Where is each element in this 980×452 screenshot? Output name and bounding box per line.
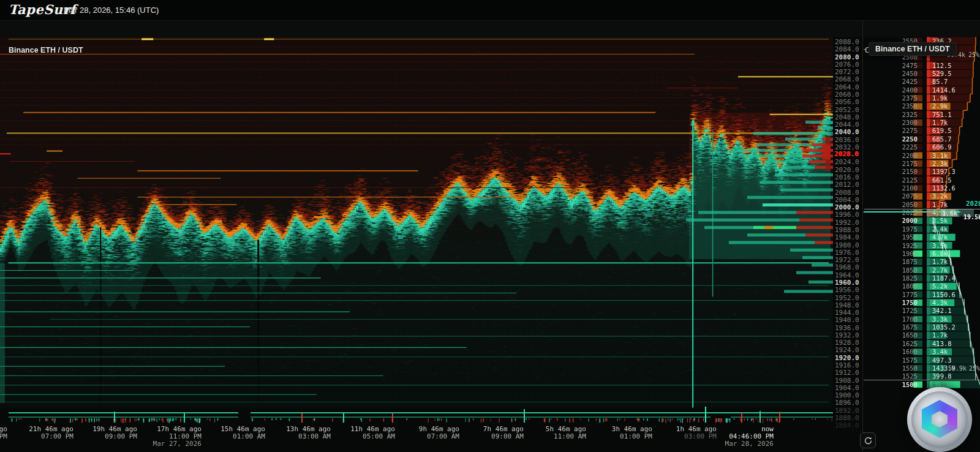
orderbook-size: 3.4k bbox=[932, 348, 948, 355]
price-axis-label: 2060.0 bbox=[835, 91, 859, 99]
cumulative-near-label: 19.5k bbox=[963, 214, 980, 220]
order-flow-heatmap[interactable] bbox=[0, 37, 833, 408]
orderbook-row[interactable]: 1725342.1 bbox=[864, 307, 980, 315]
orderbook-row[interactable]: 16751035.2 bbox=[864, 323, 980, 331]
orderbook-price: 2450 bbox=[864, 70, 918, 77]
orderbook-price: 1900 bbox=[864, 250, 918, 257]
orderbook-size: 5.2k bbox=[932, 282, 948, 290]
orderbook-row[interactable]: 21001132.6 bbox=[864, 184, 980, 192]
price-axis-label: 1884.0 bbox=[835, 421, 859, 429]
orderbook-row[interactable]: 15006.9k bbox=[864, 381, 980, 389]
orderbook-size: 685.7 bbox=[932, 135, 952, 143]
price-axis-label: 2000.0 bbox=[835, 203, 859, 211]
bid-depth-pct: 25% bbox=[969, 365, 980, 372]
orderbook-row[interactable]: 2225606.9 bbox=[864, 143, 980, 151]
price-axis-label: 1896.0 bbox=[835, 399, 859, 407]
reset-view-button[interactable] bbox=[860, 432, 876, 448]
orderbook-size: 2.3k bbox=[932, 160, 948, 167]
orderbook-row[interactable]: 2450529.5 bbox=[864, 70, 980, 78]
orderbook-row[interactable]: 23502.9k bbox=[864, 102, 980, 110]
orderbook-row[interactable]: 23751.9k bbox=[864, 94, 980, 102]
orderbook-price: 1750 bbox=[864, 299, 918, 306]
price-axis-label: 1960.0 bbox=[835, 279, 859, 287]
time-axis[interactable]: goPM21h 46m ago07:00 PM19h 46m ago09:00 … bbox=[0, 426, 833, 452]
orderbook-row[interactable]: 21501397.3 bbox=[864, 168, 980, 176]
orderbook-row[interactable]: 22003.1k bbox=[864, 152, 980, 160]
orderbook-price: 1500 bbox=[864, 381, 918, 388]
orderbook-row[interactable]: 18005.2k bbox=[864, 282, 980, 290]
orderbook-row[interactable]: 20753.2k bbox=[864, 192, 980, 200]
orderbook-row[interactable]: 17504.3k bbox=[864, 299, 980, 307]
orderbook-size: 413.8 bbox=[932, 340, 952, 347]
orderbook-price: 1550 bbox=[864, 364, 918, 372]
order-book-panel[interactable]: 2550236.2252525002475112.52450529.524258… bbox=[864, 36, 980, 452]
price-axis-label: 1952.0 bbox=[835, 294, 859, 302]
price-axis-label: 1924.0 bbox=[835, 346, 859, 354]
orderbook-size: 1397.3 bbox=[932, 168, 956, 175]
orderbook-row[interactable]: 17003.3k bbox=[864, 315, 980, 323]
price-axis-label: 2004.0 bbox=[835, 196, 859, 204]
orderbook-row[interactable]: 16003.4k bbox=[864, 348, 980, 356]
orderbook-row[interactable]: 24001414.6 bbox=[864, 86, 980, 94]
orderbook-row[interactable]: 1575497.3 bbox=[864, 356, 980, 364]
orderbook-size: 529.5 bbox=[932, 70, 952, 77]
orderbook-row[interactable]: 2475112.5 bbox=[864, 62, 980, 70]
orderbook-row[interactable]: 242585.7 bbox=[864, 78, 980, 86]
price-axis[interactable]: 2028.0 2088.02084.02080.02076.02072.0206… bbox=[833, 20, 862, 452]
orderbook-price: 1600 bbox=[864, 348, 918, 355]
price-axis-label: 2072.0 bbox=[835, 68, 859, 76]
panel-divider bbox=[862, 20, 863, 452]
price-axis-label: 1992.0 bbox=[835, 219, 859, 227]
orderbook-row[interactable]: 2125661.5 bbox=[864, 176, 980, 184]
orderbook-size: 3.5k bbox=[932, 217, 948, 224]
orderbook-row[interactable]: 18751.7k bbox=[864, 258, 980, 266]
tooltip-dash-icon: – bbox=[864, 45, 867, 53]
orderbook-size: 1035.2 bbox=[932, 323, 956, 331]
price-axis-label: 1900.0 bbox=[835, 391, 859, 399]
orderbook-price: 2025 bbox=[864, 209, 918, 216]
orderbook-price: 2175 bbox=[864, 160, 918, 167]
orderbook-size: 399.8 bbox=[932, 372, 952, 380]
orderbook-row[interactable]: 19006.8k bbox=[864, 250, 980, 258]
top-bar: TapeSurf Mar 28, 2026, 15:46 (UTC) bbox=[0, 0, 980, 21]
arrow-down-icon: ◢ bbox=[959, 213, 962, 219]
price-axis-label: 1980.0 bbox=[835, 241, 859, 249]
tapesurf-app: TapeSurf Mar 28, 2026, 15:46 (UTC) Order… bbox=[0, 0, 980, 452]
orderbook-row[interactable]: 16501.7k bbox=[864, 331, 980, 339]
orderbook-row[interactable]: 18251187.4 bbox=[864, 274, 980, 282]
app-datetime: Mar 28, 2026, 15:46 (UTC) bbox=[64, 6, 159, 15]
orderbook-size: 4.3k bbox=[932, 299, 948, 306]
price-axis-label: 1936.0 bbox=[835, 324, 859, 332]
orderbook-size: 606.9 bbox=[932, 143, 952, 151]
orderbook-row[interactable]: 20003.5k bbox=[864, 217, 980, 225]
orderbook-row[interactable]: 23001.7k bbox=[864, 119, 980, 127]
orderbook-price: 2050 bbox=[864, 201, 918, 208]
orderbook-price: 1875 bbox=[864, 258, 918, 265]
price-axis-label: 1940.0 bbox=[835, 316, 859, 324]
chart-symbol-label: Binance ETH / USDT bbox=[9, 46, 83, 55]
orderbook-row[interactable]: 2325751.1 bbox=[864, 111, 980, 119]
orderbook-price: 1925 bbox=[864, 242, 918, 249]
orderbook-row[interactable]: 19504.7k bbox=[864, 233, 980, 241]
activity-canvas bbox=[0, 407, 833, 425]
heatmap-canvas[interactable] bbox=[0, 37, 833, 408]
orderbook-size: 1.7k bbox=[932, 331, 948, 339]
orderbook-price: 2475 bbox=[864, 62, 918, 69]
orderbook-price: 2100 bbox=[864, 184, 918, 192]
orderbook-price: 1700 bbox=[864, 315, 918, 323]
orderbook-price: 2325 bbox=[864, 111, 918, 118]
orderbook-row[interactable]: 21752.3k bbox=[864, 160, 980, 168]
orderbook-row[interactable]: 19752.4k bbox=[864, 225, 980, 233]
orderbook-row[interactable]: 19253.5k bbox=[864, 242, 980, 250]
orderbook-row[interactable]: 1625413.8 bbox=[864, 340, 980, 348]
price-axis-label: 1996.0 bbox=[835, 211, 859, 219]
price-axis-label: 2076.0 bbox=[835, 61, 859, 69]
orderbook-size: 1187.4 bbox=[932, 274, 956, 282]
orderbook-row[interactable]: 17751150.6 bbox=[864, 291, 980, 299]
price-axis-label: 1916.0 bbox=[835, 361, 859, 369]
orderbook-row[interactable]: 2275619.5 bbox=[864, 127, 980, 135]
orderbook-row[interactable]: 18502.7k bbox=[864, 266, 980, 274]
orderbook-size: 661.5 bbox=[932, 176, 952, 184]
orderbook-row[interactable]: 2250685.7 bbox=[864, 135, 980, 143]
orderbook-row[interactable]: 20501.7k bbox=[864, 201, 980, 209]
